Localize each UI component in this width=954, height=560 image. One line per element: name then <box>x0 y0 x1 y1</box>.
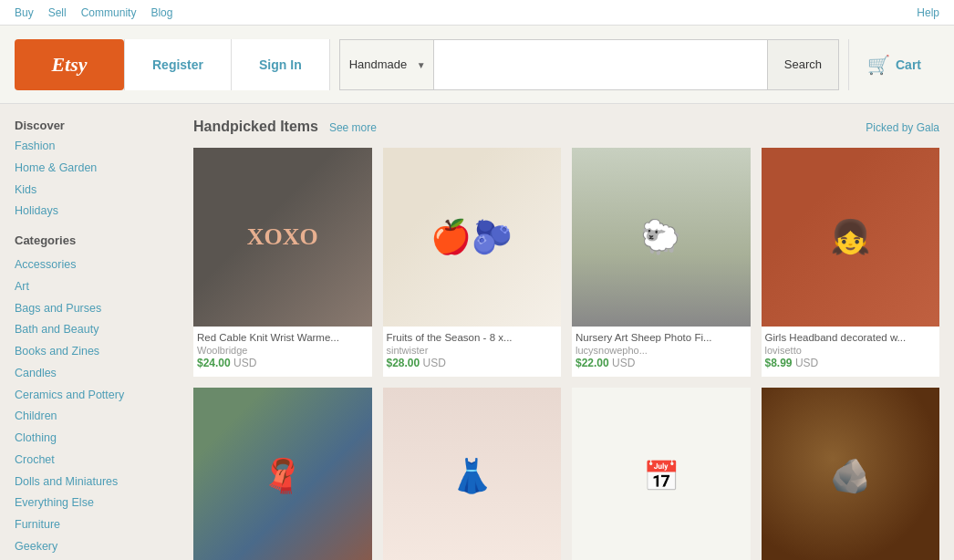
cart-icon: 🛒 <box>867 54 890 76</box>
sidebar-item-everything-else[interactable]: Everything Else <box>15 493 179 514</box>
product-seller: sintwister <box>387 345 558 356</box>
sidebar-item-accessories[interactable]: Accessories <box>15 254 179 276</box>
product-card[interactable]: XOXO Red Cable Knit Wrist Warme... Woolb… <box>193 148 372 377</box>
sidebar-categories-items: AccessoriesArtBags and PursesBath and Be… <box>15 254 179 560</box>
sidebar-item-holidays[interactable]: Holidays <box>15 201 179 223</box>
sidebar: Discover Fashion Home & Garden Kids Holi… <box>15 119 179 560</box>
top-nav-buy[interactable]: Buy <box>15 6 34 19</box>
product-card[interactable]: 👗 Vintage 1960s Mod Twiggy D... zwzzy $3… <box>383 388 562 561</box>
top-nav-community[interactable]: Community <box>81 6 137 19</box>
top-nav-sell[interactable]: Sell <box>48 6 67 19</box>
product-price: $24.00 USD <box>197 357 368 369</box>
sidebar-discover-items: Fashion Home & Garden Kids Holidays <box>15 136 179 223</box>
product-image: 🪨 <box>762 388 940 561</box>
sidebar-item-children[interactable]: Children <box>15 406 179 428</box>
product-title: Fruits of the Season - 8 x... <box>387 332 558 343</box>
product-price: $28.00 USD <box>387 357 558 369</box>
product-seller: lovisetto <box>765 345 937 356</box>
product-image: 🧣 <box>193 388 372 561</box>
search-input[interactable] <box>434 40 767 89</box>
product-image: 👗 <box>383 388 562 561</box>
search-button[interactable]: Search <box>767 40 838 89</box>
sidebar-item-kids[interactable]: Kids <box>15 180 179 202</box>
signin-button[interactable]: Sign In <box>232 39 330 90</box>
sidebar-item-clothing[interactable]: Clothing <box>15 428 179 450</box>
sidebar-discover-title: Discover <box>15 119 179 132</box>
product-image: 👧 <box>762 148 940 327</box>
product-title: Nursery Art Sheep Photo Fi... <box>576 332 747 343</box>
content: Handpicked Items See more Picked by Gala… <box>193 119 939 560</box>
product-image: 🍎🫐 <box>383 148 562 327</box>
sidebar-item-candles[interactable]: Candles <box>15 363 179 385</box>
product-card[interactable]: 👧 Girls Headband decorated w... lovisett… <box>762 148 940 377</box>
sidebar-item-dolls-and-miniatures[interactable]: Dolls and Miniatures <box>15 472 179 493</box>
top-navigation: Buy Sell Community Blog Help <box>0 0 954 26</box>
sidebar-item-home-garden[interactable]: Home & Garden <box>15 158 179 180</box>
product-image: 🐑 <box>572 148 751 327</box>
search-area: Handmade Vintage Supplies ▼ Search <box>339 39 839 90</box>
sidebar-item-bath-and-beauty[interactable]: Bath and Beauty <box>15 319 179 341</box>
product-title: Girls Headband decorated w... <box>765 332 937 343</box>
product-card[interactable]: 📅 2012 Calendar corelladesig... $25.00 U… <box>572 388 751 561</box>
cart-label: Cart <box>896 57 921 72</box>
search-category-select[interactable]: Handmade Vintage Supplies <box>340 40 433 89</box>
product-grid: XOXO Red Cable Knit Wrist Warme... Woolb… <box>193 148 939 560</box>
top-nav-help[interactable]: Help <box>917 6 939 19</box>
product-seller: Woolbridge <box>197 345 368 356</box>
product-card[interactable]: 🍎🫐 Fruits of the Season - 8 x... sintwis… <box>383 148 562 377</box>
main-container: Discover Fashion Home & Garden Kids Holi… <box>0 104 954 560</box>
picked-by-link[interactable]: Picked by Gala <box>866 121 939 134</box>
sidebar-item-geekery[interactable]: Geekery <box>15 536 179 558</box>
header: Etsy Register Sign In Handmade Vintage S… <box>0 26 954 104</box>
sidebar-item-books-and-zines[interactable]: Books and Zines <box>15 341 179 363</box>
section-header: Handpicked Items See more Picked by Gala <box>193 119 939 135</box>
product-card[interactable]: 🐑 Nursery Art Sheep Photo Fi... lucysnow… <box>572 148 751 377</box>
top-nav-blog[interactable]: Blog <box>150 6 172 19</box>
sidebar-item-bags-and-purses[interactable]: Bags and Purses <box>15 298 179 320</box>
product-info: Fruits of the Season - 8 x... sintwister… <box>383 327 562 377</box>
sidebar-item-fashion[interactable]: Fashion <box>15 136 179 158</box>
product-price: $22.00 USD <box>576 357 747 369</box>
product-seller: lucysnowepho... <box>576 345 747 356</box>
product-info: Nursery Art Sheep Photo Fi... lucysnowep… <box>572 327 751 377</box>
product-price: $8.99 USD <box>765 357 937 369</box>
product-card[interactable]: 🪨 Autumn Tree , 3D Hand pai... ShebboDes… <box>762 388 940 561</box>
sidebar-categories-title: Categories <box>15 233 179 247</box>
sidebar-item-ceramics-and-pottery[interactable]: Ceramics and Pottery <box>15 385 179 407</box>
product-image: 📅 <box>572 388 751 561</box>
section-title: Handpicked Items <box>193 119 318 135</box>
product-image: XOXO <box>193 148 372 327</box>
product-info: Red Cable Knit Wrist Warme... Woolbridge… <box>193 327 372 377</box>
product-title: Red Cable Knit Wrist Warme... <box>197 332 368 343</box>
cart-button[interactable]: 🛒 Cart <box>848 39 939 90</box>
product-card[interactable]: 🧣 Holiday Plaid 1.5 Inch Rib... MorrellD… <box>193 388 372 561</box>
product-info: Girls Headband decorated w... lovisetto … <box>762 327 940 377</box>
sidebar-item-art[interactable]: Art <box>15 276 179 298</box>
sidebar-item-crochet[interactable]: Crochet <box>15 450 179 472</box>
see-more-link[interactable]: See more <box>329 121 377 134</box>
logo[interactable]: Etsy <box>15 39 124 90</box>
sidebar-item-furniture[interactable]: Furniture <box>15 514 179 536</box>
search-category-wrap: Handmade Vintage Supplies ▼ <box>340 40 434 89</box>
register-button[interactable]: Register <box>125 39 232 90</box>
